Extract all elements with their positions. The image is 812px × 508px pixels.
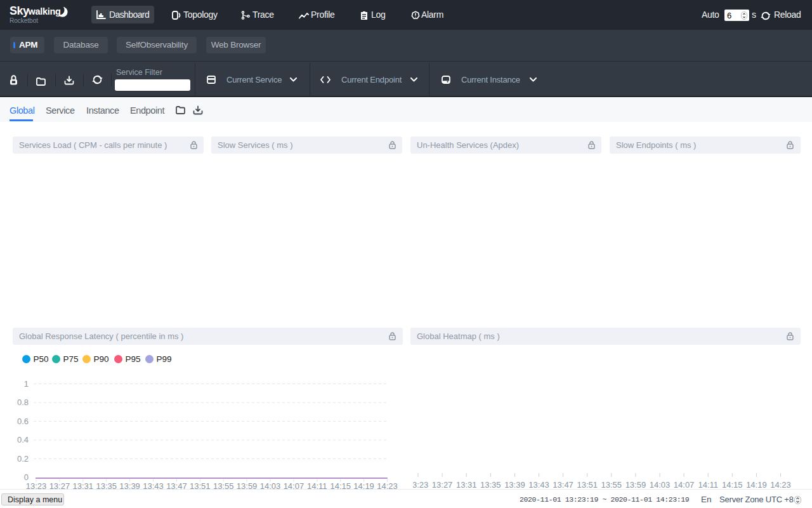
svg-text:14:07: 14:07 [674, 480, 695, 490]
svg-text:13:55: 13:55 [601, 480, 622, 490]
svg-text:13:47: 13:47 [553, 480, 573, 490]
svg-text:13:35: 13:35 [480, 480, 501, 490]
svg-text:0.4: 0.4 [17, 435, 29, 444]
svg-text:1: 1 [24, 379, 29, 389]
svg-text:13:27: 13:27 [432, 480, 453, 490]
svg-text:13:31: 13:31 [456, 480, 477, 490]
svg-text:14:15: 14:15 [722, 480, 743, 490]
svg-text:0.6: 0.6 [17, 417, 29, 426]
svg-text:14:11: 14:11 [698, 480, 718, 490]
svg-text:13:51: 13:51 [577, 480, 598, 490]
svg-text:14:23: 14:23 [770, 480, 791, 490]
svg-text:0: 0 [24, 472, 29, 482]
svg-text:0.2: 0.2 [17, 454, 29, 464]
svg-text:14:03: 14:03 [650, 480, 671, 490]
svg-text:13:43: 13:43 [528, 480, 549, 490]
svg-text:13:39: 13:39 [504, 480, 525, 490]
svg-text:13:59: 13:59 [625, 480, 646, 490]
svg-text:0.8: 0.8 [17, 398, 29, 407]
svg-text:14:19: 14:19 [746, 480, 767, 490]
